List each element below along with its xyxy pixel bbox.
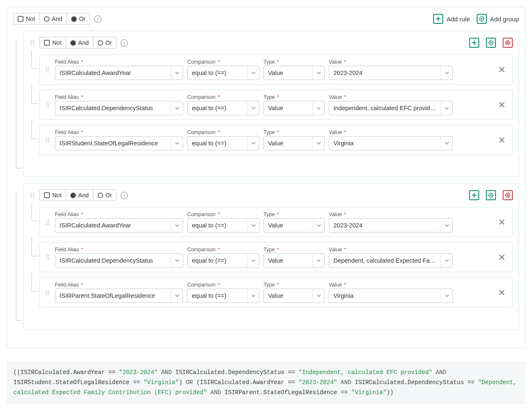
root-and-radio[interactable]: And (40, 13, 67, 24)
value-select[interactable]: 2023-2024 (329, 66, 453, 80)
chevron-down-icon (441, 137, 452, 150)
field-alias-select[interactable]: ISIRStudent.StateOfLegalResidence (55, 136, 183, 150)
value-select[interactable]: 2023-2024 (329, 218, 453, 232)
type-select[interactable]: Value (263, 289, 325, 303)
checkbox-icon (18, 16, 23, 22)
comparison-select[interactable]: equal to (==) (187, 218, 259, 232)
rule-row: Field Alias * ISIRCalculated.AwardYear C… (39, 54, 513, 85)
comparison-select[interactable]: equal to (==) (187, 136, 259, 150)
field-alias-select[interactable]: ISIRCalculated.AwardYear (55, 218, 183, 232)
field-label: Field Alias * (55, 212, 183, 217)
select-value: Independent, calculated EFC provid… (333, 105, 436, 111)
root-or-radio[interactable]: Or (67, 13, 90, 24)
field-label: Type * (263, 212, 325, 217)
drag-handle-icon[interactable] (45, 219, 51, 225)
field-alias-select[interactable]: ISIRCalculated.DependencyStatus (55, 253, 183, 268)
not-toggle[interactable]: Not (40, 37, 66, 48)
chevron-down-icon (171, 66, 183, 80)
field-label: Value * (329, 129, 453, 135)
or-radio[interactable]: Or (93, 190, 116, 201)
value-select[interactable]: Virginia (329, 136, 453, 150)
or-label: Or (79, 15, 86, 22)
select-value: Virginia (333, 140, 354, 147)
field-label: Comparison * (187, 212, 259, 217)
select-value: equal to (==) (192, 70, 226, 76)
select-value: Value (268, 222, 283, 229)
select-value: ISIRCalculated.AwardYear (59, 70, 131, 76)
type-field: Type * Value (263, 282, 325, 303)
drag-handle-icon[interactable] (45, 289, 51, 295)
add-rule-label: Add rule (447, 15, 470, 23)
rules-container: Field Alias * ISIRCalculated.AwardYear C… (39, 207, 513, 307)
type-select[interactable]: Value (263, 136, 325, 150)
field-alias-select[interactable]: ISIRParent.StateOfLegalResidence (55, 289, 183, 303)
field-label: Comparison * (187, 247, 259, 253)
remove-rule-button[interactable] (496, 99, 507, 110)
type-select[interactable]: Value (263, 253, 325, 268)
value-select[interactable]: Dependent, calculated Expected Fa… (329, 253, 453, 268)
remove-rule-button[interactable] (496, 252, 507, 263)
and-radio[interactable]: And (66, 190, 93, 201)
comparison-select[interactable]: equal to (==) (187, 253, 259, 268)
value-field: Value * Virginia (329, 282, 453, 303)
not-toggle[interactable]: Not (40, 190, 66, 201)
query-builder: Not And Or i Add rule (7, 7, 525, 348)
and-label: And (52, 15, 62, 22)
delete-group-button[interactable] (503, 38, 513, 48)
field-alias-select[interactable]: ISIRCalculated.DependencyStatus (55, 101, 183, 115)
comparison-field: Comparison * equal to (==) (187, 94, 259, 115)
comparison-select[interactable]: equal to (==) (187, 101, 259, 115)
info-icon[interactable]: i (94, 15, 101, 23)
drag-handle-icon[interactable] (45, 137, 51, 143)
info-icon[interactable]: i (121, 192, 128, 199)
chevron-down-icon (171, 289, 183, 302)
root-not-toggle[interactable]: Not (13, 13, 40, 24)
remove-rule-button[interactable] (496, 64, 507, 75)
drag-handle-icon[interactable] (29, 40, 35, 46)
add-group-button[interactable] (486, 38, 496, 48)
chevron-down-icon (441, 289, 452, 302)
radio-icon (71, 16, 77, 22)
chevron-down-icon (312, 254, 324, 267)
chevron-down-icon (171, 137, 183, 150)
type-select[interactable]: Value (263, 218, 325, 232)
drag-handle-icon[interactable] (45, 102, 51, 108)
and-radio[interactable]: And (66, 37, 93, 48)
add-rule-button[interactable] (469, 190, 479, 200)
drag-handle-icon[interactable] (45, 254, 51, 260)
comparison-select[interactable]: equal to (==) (187, 66, 259, 80)
chevron-down-icon (312, 137, 324, 150)
plus-icon (433, 14, 443, 24)
drag-handle-icon[interactable] (29, 192, 35, 198)
value-field: Value * Virginia (329, 129, 453, 150)
add-group-button[interactable]: Add group (477, 14, 519, 24)
select-value: equal to (==) (192, 222, 226, 229)
add-rule-button[interactable] (469, 38, 479, 48)
chevron-down-icon (312, 289, 324, 302)
add-rule-button[interactable]: Add rule (433, 14, 470, 24)
field-label: Value * (329, 212, 453, 217)
rule-row: Field Alias * ISIRCalculated.DependencyS… (39, 242, 513, 272)
delete-group-button[interactable] (503, 190, 513, 200)
value-select[interactable]: Independent, calculated EFC provid… (329, 101, 453, 115)
comparison-field: Comparison * equal to (==) (187, 247, 259, 268)
rule-row: Field Alias * ISIRCalculated.DependencyS… (39, 90, 513, 120)
or-radio[interactable]: Or (93, 37, 116, 48)
chevron-down-icon (312, 66, 324, 80)
type-select[interactable]: Value (263, 66, 325, 80)
field-alias-select[interactable]: ISIRCalculated.AwardYear (55, 66, 183, 80)
chevron-down-icon (247, 101, 259, 115)
select-value: ISIRParent.StateOfLegalResidence (59, 292, 155, 299)
type-field: Type * Value (263, 247, 325, 268)
remove-rule-button[interactable] (496, 217, 507, 227)
remove-rule-button[interactable] (496, 134, 507, 145)
drag-handle-icon[interactable] (45, 67, 51, 72)
field-alias-field: Field Alias * ISIRStudent.StateOfLegalRe… (55, 129, 183, 150)
type-select[interactable]: Value (263, 101, 325, 115)
rule-row: Field Alias * ISIRParent.StateOfLegalRes… (39, 277, 513, 307)
value-select[interactable]: Virginia (329, 289, 453, 303)
info-icon[interactable]: i (121, 39, 128, 46)
add-group-button[interactable] (486, 190, 496, 200)
comparison-select[interactable]: equal to (==) (187, 289, 259, 303)
remove-rule-button[interactable] (496, 287, 507, 298)
